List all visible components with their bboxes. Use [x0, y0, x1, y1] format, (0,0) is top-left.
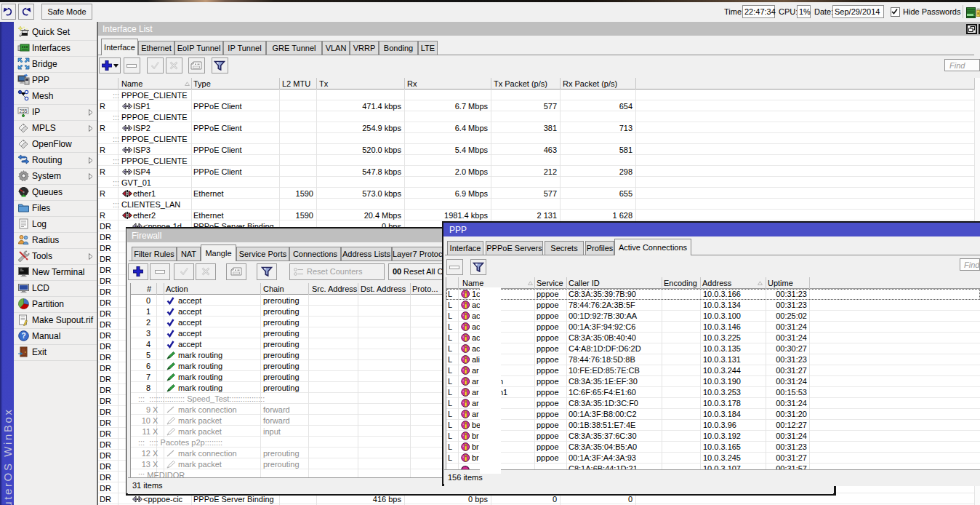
- svg-text:255: 255: [20, 108, 28, 114]
- svg-text:?: ?: [21, 332, 25, 340]
